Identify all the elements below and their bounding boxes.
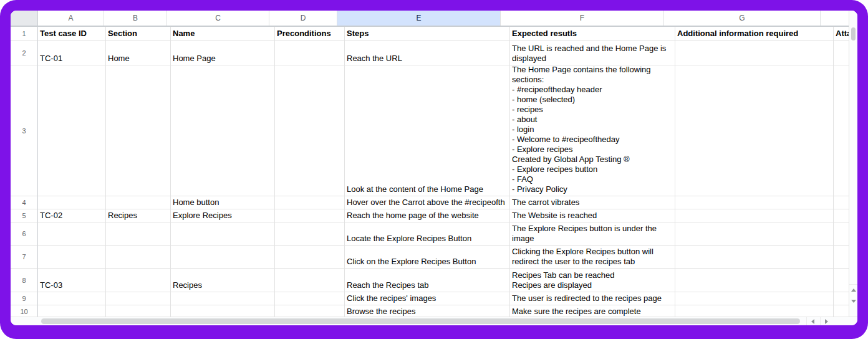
horizontal-scrollbar[interactable] xyxy=(11,317,857,325)
cell-C8[interactable]: Recipes xyxy=(171,269,275,292)
cell-A8[interactable]: TC-03 xyxy=(38,269,106,292)
cell-A2[interactable]: TC-01 xyxy=(38,41,106,65)
column-header-row: A B C D E F G xyxy=(11,11,857,27)
horizontal-scrollbar-thumb[interactable] xyxy=(41,318,800,324)
column-header-d[interactable]: D xyxy=(269,11,337,26)
cell-C9[interactable] xyxy=(171,292,275,305)
cell-G5[interactable] xyxy=(675,209,834,222)
cell-G3[interactable] xyxy=(675,65,834,196)
cell-C1[interactable]: Name xyxy=(171,27,275,41)
cell-A6[interactable] xyxy=(38,222,106,246)
cell-F1[interactable]: Expected resutls xyxy=(510,27,675,41)
scroll-left-button[interactable] xyxy=(806,317,819,325)
scroll-down-button[interactable] xyxy=(849,296,857,306)
cell-F9[interactable]: The user is redirected to the recipes pa… xyxy=(510,292,675,305)
row-header-4[interactable]: 4 xyxy=(11,196,38,209)
cell-F7[interactable]: Clicking the Explore Recipes button will… xyxy=(510,246,675,269)
table-row: 4 Home button Hover over the Carrot abov… xyxy=(11,196,857,209)
cell-B8[interactable] xyxy=(106,269,171,292)
cell-A4[interactable] xyxy=(38,196,106,209)
select-all-corner[interactable] xyxy=(11,11,38,26)
cell-B6[interactable] xyxy=(106,222,171,246)
cell-E4[interactable]: Hover over the Carrot above the #recipeo… xyxy=(345,196,510,209)
vertical-scrollbar[interactable] xyxy=(849,11,857,317)
cell-D9[interactable] xyxy=(275,292,345,305)
column-header-g[interactable]: G xyxy=(664,11,821,26)
vertical-scrollbar-thumb[interactable] xyxy=(851,27,856,41)
cell-B1[interactable]: Section xyxy=(106,27,171,41)
cell-B3[interactable] xyxy=(106,65,171,196)
cell-D7[interactable] xyxy=(275,246,345,269)
cell-E7[interactable]: Click on the Explore Recipes Button xyxy=(345,246,510,269)
cell-F6[interactable]: The Explore Recipes button is under the … xyxy=(510,222,675,246)
cell-D3[interactable] xyxy=(275,65,345,196)
cell-A7[interactable] xyxy=(38,246,106,269)
cell-G9[interactable] xyxy=(675,292,834,305)
table-row: 9 Click the recipes' images The user is … xyxy=(11,292,857,305)
cell-A5[interactable]: TC-02 xyxy=(38,209,106,222)
cell-F8[interactable]: Recipes Tab can be reached Recipes are d… xyxy=(510,269,675,292)
cell-B7[interactable] xyxy=(106,246,171,269)
table-row: 7 Click on the Explore Recipes Button Cl… xyxy=(11,246,857,269)
cell-G8[interactable] xyxy=(675,269,834,292)
table-row: 2 TC-01 Home Home Page Reach the URL The… xyxy=(11,41,857,65)
cell-G4[interactable] xyxy=(675,196,834,209)
cell-F4[interactable]: The carrot vibrates xyxy=(510,196,675,209)
cell-G2[interactable] xyxy=(675,41,834,65)
scroll-right-button[interactable] xyxy=(820,317,832,325)
purple-window-frame: A B C D E F G 1 Test case ID Section Nam… xyxy=(0,0,868,339)
cell-C6[interactable] xyxy=(171,222,275,246)
cell-C4[interactable]: Home button xyxy=(171,196,275,209)
cell-E3[interactable]: Look at the content of the Home Page xyxy=(345,65,510,196)
cell-E9[interactable]: Click the recipes' images xyxy=(345,292,510,305)
row-header-2[interactable]: 2 xyxy=(11,41,38,65)
spreadsheet: A B C D E F G 1 Test case ID Section Nam… xyxy=(11,11,857,325)
arrow-down-icon xyxy=(851,300,856,303)
column-header-e-selected[interactable]: E xyxy=(337,11,501,26)
cell-B4[interactable] xyxy=(106,196,171,209)
cell-A1[interactable]: Test case ID xyxy=(38,27,106,41)
cell-E5[interactable]: Reach the home page of the website xyxy=(345,209,510,222)
column-header-c[interactable]: C xyxy=(167,11,269,26)
cell-C7[interactable] xyxy=(171,246,275,269)
cell-E6[interactable]: Locate the Explore Recipes Button xyxy=(345,222,510,246)
cell-G7[interactable] xyxy=(675,246,834,269)
cell-C5[interactable]: Explore Recipes xyxy=(171,209,275,222)
cell-F5[interactable]: The Website is reached xyxy=(510,209,675,222)
row-header-8[interactable]: 8 xyxy=(11,269,38,292)
row-header-5[interactable]: 5 xyxy=(11,209,38,222)
column-header-f[interactable]: F xyxy=(501,11,664,26)
cell-G1[interactable]: Additional information required xyxy=(675,27,834,41)
cell-B5[interactable]: Recipes xyxy=(106,209,171,222)
cell-E1[interactable]: Steps xyxy=(345,27,510,41)
scroll-up-button[interactable] xyxy=(849,284,857,295)
row-header-7[interactable]: 7 xyxy=(11,246,38,269)
arrow-right-icon xyxy=(825,319,828,324)
cell-D1[interactable]: Preconditions xyxy=(275,27,345,41)
column-header-a[interactable]: A xyxy=(38,11,104,26)
cell-B9[interactable] xyxy=(106,292,171,305)
table-row: 3 Look at the content of the Home Page T… xyxy=(11,65,857,196)
cell-D4[interactable] xyxy=(275,196,345,209)
cell-D5[interactable] xyxy=(275,209,345,222)
cell-F3[interactable]: The Home Page contains the following sec… xyxy=(510,65,675,196)
cell-C3[interactable] xyxy=(171,65,275,196)
row-header-6[interactable]: 6 xyxy=(11,222,38,246)
cell-E8[interactable]: Reach the Recipes tab xyxy=(345,269,510,292)
row-header-1[interactable]: 1 xyxy=(11,27,38,41)
column-header-b[interactable]: B xyxy=(104,11,167,26)
cell-E2[interactable]: Reach the URL xyxy=(345,41,510,65)
row-header-3[interactable]: 3 xyxy=(11,65,38,196)
cell-D6[interactable] xyxy=(275,222,345,246)
cell-D2[interactable] xyxy=(275,41,345,65)
cell-A9[interactable] xyxy=(38,292,106,305)
cell-B2[interactable]: Home xyxy=(106,41,171,65)
cell-A3[interactable] xyxy=(38,65,106,196)
arrow-up-icon xyxy=(851,289,856,292)
table-row: 6 Locate the Explore Recipes Button The … xyxy=(11,222,857,246)
cell-D8[interactable] xyxy=(275,269,345,292)
row-header-9[interactable]: 9 xyxy=(11,292,38,305)
cell-C2[interactable]: Home Page xyxy=(171,41,275,65)
cell-G6[interactable] xyxy=(675,222,834,246)
cell-F2[interactable]: The URL is reached and the Home Page is … xyxy=(510,41,675,65)
